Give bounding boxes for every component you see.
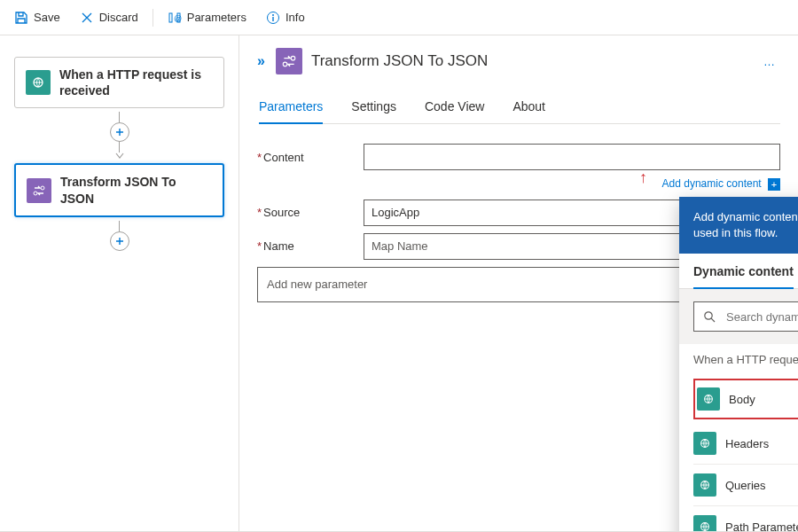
- add-dynamic-content-link[interactable]: Add dynamic content: [662, 177, 762, 190]
- token-body[interactable]: Body: [693, 379, 798, 419]
- info-label: Info: [286, 11, 305, 24]
- svg-point-7: [41, 186, 44, 190]
- token-queries-label: Queries: [725, 479, 766, 492]
- add-dynamic-content-row: Add dynamic content +: [257, 177, 780, 191]
- source-label: *Source: [257, 206, 364, 219]
- parameters-icon: @: [168, 11, 182, 25]
- token-queries[interactable]: Queries: [693, 465, 798, 506]
- connector-2: [14, 221, 224, 251]
- token-body-label: Body: [729, 393, 755, 406]
- add-step-button-2[interactable]: [110, 231, 129, 251]
- parameters-button[interactable]: @ Parameters: [162, 7, 252, 28]
- toolbar: Save Discard @ Parameters Info: [0, 0, 798, 35]
- node-transform-json[interactable]: Transform JSON To JSON: [14, 163, 224, 216]
- svg-point-9: [291, 56, 295, 60]
- tab-parameters[interactable]: Parameters: [259, 92, 323, 124]
- tab-settings[interactable]: Settings: [351, 92, 396, 123]
- pane-title: Transform JSON To JSON: [311, 52, 488, 70]
- add-dynamic-plus-icon[interactable]: +: [768, 178, 780, 191]
- token-body-icon: [697, 387, 720, 411]
- token-headers[interactable]: Headers: [693, 423, 798, 465]
- popover-search[interactable]: [693, 301, 798, 332]
- collapse-pane-button[interactable]: »: [257, 53, 265, 69]
- token-list: Body Headers Queries: [679, 379, 798, 531]
- token-path-parameters-label: Path Parameters: [725, 520, 798, 531]
- save-icon: [14, 11, 28, 25]
- token-headers-label: Headers: [725, 437, 769, 450]
- svg-point-10: [283, 62, 287, 66]
- discard-button[interactable]: Discard: [74, 7, 144, 28]
- add-new-parameter-label: Add new parameter: [267, 278, 367, 291]
- content-label: *Content: [257, 151, 364, 164]
- node-transform-json-label: Transform JSON To JSON: [60, 174, 212, 206]
- popover-search-wrap: [679, 289, 798, 344]
- pane-header: » Transform JSON To JSON …: [257, 48, 780, 74]
- popover-search-input[interactable]: [724, 309, 798, 325]
- pane-tabs: Parameters Settings Code View About: [259, 92, 780, 124]
- popover-tabs: Dynamic content Expression: [679, 254, 798, 289]
- svg-rect-0: [169, 13, 172, 22]
- source-value: LogicApp: [372, 206, 419, 219]
- content-input[interactable]: [364, 144, 780, 170]
- svg-point-11: [705, 312, 712, 319]
- arrow-down-icon: [115, 153, 124, 160]
- transform-icon: [27, 178, 51, 203]
- save-label: Save: [34, 11, 60, 24]
- save-button[interactable]: Save: [9, 7, 66, 28]
- token-queries-icon: [693, 473, 716, 497]
- svg-rect-5: [272, 17, 273, 21]
- svg-point-4: [272, 14, 274, 16]
- details-pane: » Transform JSON To JSON … Parameters Se…: [239, 35, 798, 531]
- connector-1: [14, 112, 224, 160]
- name-label: *Name: [257, 239, 364, 253]
- svg-line-12: [711, 319, 715, 323]
- discard-label: Discard: [99, 11, 138, 24]
- popover-tab-dynamic[interactable]: Dynamic content: [693, 264, 794, 289]
- app-root: Save Discard @ Parameters Info: [0, 0, 798, 532]
- info-icon: [266, 11, 280, 25]
- popover-header-text: Add dynamic content from the apps and co…: [693, 209, 798, 241]
- http-trigger-icon: [26, 70, 51, 95]
- discard-icon: [80, 11, 94, 25]
- search-icon: [703, 310, 716, 323]
- add-step-button-1[interactable]: [110, 122, 129, 142]
- dynamic-content-popover: Add dynamic content from the apps and co…: [679, 197, 798, 531]
- info-button[interactable]: Info: [261, 7, 310, 28]
- node-http-trigger[interactable]: When a HTTP request is received: [14, 57, 224, 108]
- tab-code-view[interactable]: Code View: [425, 92, 484, 123]
- token-headers-icon: [693, 432, 716, 455]
- popover-header: Add dynamic content from the apps and co…: [679, 197, 798, 254]
- token-path-parameters[interactable]: Path Parameters: [693, 506, 798, 531]
- parameters-label: Parameters: [187, 11, 246, 24]
- name-placeholder: Map Name: [372, 239, 428, 253]
- parameters-form: ↑ *Content Add dynamic content + *Source…: [257, 144, 780, 302]
- svg-point-8: [34, 192, 37, 195]
- tab-about[interactable]: About: [512, 92, 545, 123]
- designer-canvas: When a HTTP request is received Transfor…: [0, 35, 239, 531]
- node-http-trigger-label: When a HTTP request is received: [59, 66, 213, 98]
- pane-title-icon: [276, 48, 302, 74]
- main: When a HTTP request is received Transfor…: [0, 35, 798, 531]
- token-path-parameters-icon: [693, 515, 716, 531]
- token-group-header: When a HTTP request is received: [679, 344, 798, 375]
- pane-more-button[interactable]: …: [760, 55, 780, 68]
- toolbar-separator: [153, 9, 153, 27]
